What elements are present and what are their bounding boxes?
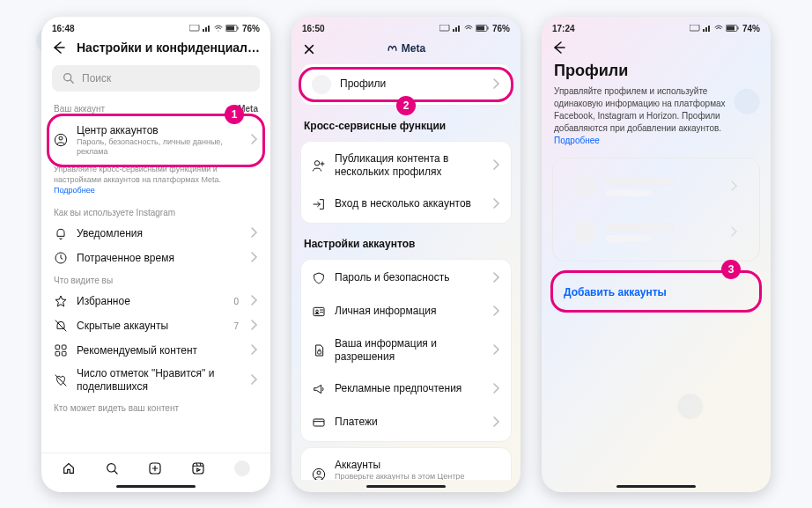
cross-service-card: Публикация контента в нескольких профиля… [300,141,512,224]
favorites-count: 0 [233,297,239,306]
row-personal[interactable]: Личная информация [301,295,511,328]
add-accounts-label: Добавить аккаунты [564,286,667,298]
id-card-icon [312,305,326,319]
svg-rect-13 [55,352,60,357]
profiles-row-title: Профили [340,77,470,91]
chevron-right-icon [249,293,258,309]
svg-rect-20 [455,27,457,32]
svg-rect-0 [189,25,199,31]
svg-rect-12 [62,345,66,350]
section-account-label: Ваш аккаунт [54,104,105,114]
phone-accounts-center: 16:50 76% Meta Профили [292,17,520,492]
row-multi-login[interactable]: Вход в несколько аккаунтов [301,188,511,221]
avatar-placeholder [574,175,597,198]
clock: 16:48 [52,24,75,33]
user-circle-icon [54,133,68,147]
row-suggested[interactable]: Рекомендуемый контент [41,338,270,363]
settings-scroll[interactable]: Ваш аккаунт Meta Центр аккаунтов Пароль,… [41,99,270,453]
svg-rect-5 [226,26,234,31]
muted-count: 7 [233,321,239,331]
login-icon [312,197,326,211]
svg-rect-32 [690,25,699,31]
accounts-center-sub: Пароль, безопасность, личные данные, рек… [77,137,240,158]
row-accounts[interactable]: Аккаунты Проверьте аккаунты в этом Центр… [301,450,511,480]
status-icons: 76% [189,24,260,33]
back-icon[interactable] [52,40,66,55]
home-indicator [616,485,696,488]
chevron-right-icon [491,270,500,286]
profile-row[interactable] [562,164,750,210]
svg-rect-1 [203,29,204,32]
home-icon[interactable] [62,461,76,475]
search-input[interactable]: Поиск [52,65,260,92]
reels-icon[interactable] [191,461,205,475]
profiles-list-card [552,158,760,261]
row-time-spent[interactable]: Потраченное время [41,246,270,270]
status-bar: 16:48 76% [41,17,270,35]
home-indicator [116,485,196,488]
chevron-right-icon [729,225,738,240]
chevron-right-icon [491,196,500,212]
bell-slash-icon [54,319,68,333]
svg-rect-14 [62,352,66,357]
svg-rect-24 [487,27,488,30]
svg-rect-23 [476,26,484,31]
clock: 16:50 [302,24,325,33]
svg-rect-37 [727,26,734,31]
svg-rect-18 [439,25,449,31]
ac-scroll[interactable]: Профили 2 Кросс-сервисные функции Публик… [292,58,520,480]
badge-2: 2 [396,96,416,115]
accounts-center-title: Центр аккаунтов [77,124,240,137]
row-password[interactable]: Пароль и безопасность [301,261,511,295]
new-post-icon[interactable] [148,461,162,475]
row-muted[interactable]: Скрытые аккаунты 7 [41,313,270,338]
row-notifications[interactable]: Уведомления [41,221,270,246]
close-icon[interactable] [302,42,316,56]
user-circle-icon [312,468,326,479]
section-usage: Как вы используете Instagram [41,202,270,221]
bell-icon [54,226,68,240]
svg-rect-6 [237,27,238,30]
badge-1: 1 [225,105,244,124]
back-icon[interactable] [552,40,566,55]
svg-point-25 [314,160,319,165]
account-settings-card: Пароль и безопасность Личная информация … [300,259,512,442]
chevron-right-icon [249,225,258,241]
search-placeholder: Поиск [82,72,111,85]
header: Настройки и конфиденциальн... [41,35,270,63]
status-bar: 16:50 76% [292,17,520,35]
row-likes-shares[interactable]: Число отметок "Нравится" и поделившихся [41,363,270,398]
svg-rect-21 [458,26,460,32]
page-description: Управляйте профилем и используйте одинак… [542,85,771,154]
bottom-nav [41,453,270,480]
profile-avatar[interactable] [234,460,250,476]
badge-3: 3 [721,260,741,279]
home-indicator [366,485,446,488]
svg-point-9 [59,136,63,140]
page-title: Настройки и конфиденциальн... [77,40,260,55]
page-title: Профили [542,58,771,85]
row-publish-multi[interactable]: Публикация контента в нескольких профиля… [301,144,511,188]
svg-rect-33 [703,29,705,32]
chevron-right-icon [491,158,500,173]
row-ads[interactable]: Рекламные предпочтения [301,372,511,406]
avatar-placeholder [574,221,597,244]
chevron-right-icon [249,342,258,358]
svg-rect-17 [193,463,203,474]
phone-profiles: 17:24 74% Профили Управляйте профилем и … [542,17,771,492]
chevron-right-icon [491,304,500,320]
account-note-link[interactable]: Подробнее [54,186,95,195]
row-info-perm[interactable]: Ваша информация и разрешения [301,328,511,372]
desc-more-link[interactable]: Подробнее [554,136,600,145]
chevron-right-icon [491,342,500,358]
battery-pct: 74% [742,24,760,33]
heart-slash-icon [54,373,68,387]
status-bar: 17:24 74% [542,17,771,35]
search-icon[interactable] [105,461,119,475]
row-favorites[interactable]: Избранное 0 [41,289,270,313]
row-payments[interactable]: Платежи [301,406,511,439]
shield-icon [312,271,326,285]
accounts-center-row[interactable]: Центр аккаунтов Пароль, безопасность, ли… [41,117,270,165]
chevron-right-icon [729,179,738,195]
profile-row[interactable] [562,210,750,255]
